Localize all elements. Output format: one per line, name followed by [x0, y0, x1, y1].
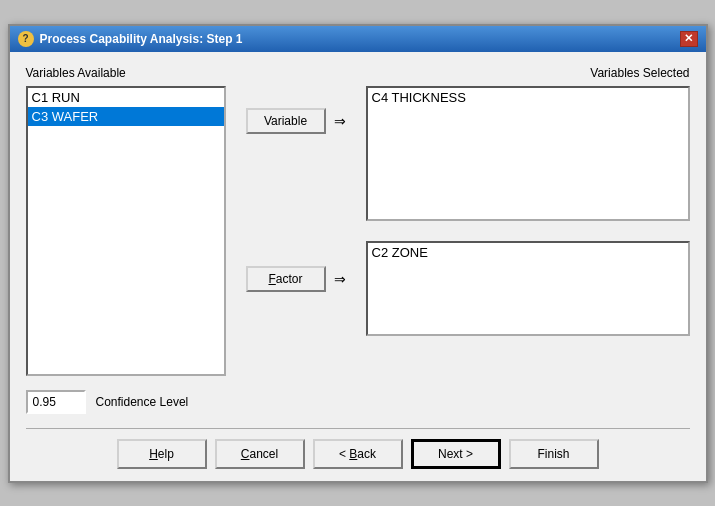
help-button[interactable]: Help: [117, 439, 207, 469]
variables-available-header: Variables Available: [26, 66, 226, 80]
divider: [26, 428, 690, 429]
back-button[interactable]: < Back: [313, 439, 403, 469]
list-item[interactable]: C4 THICKNESS: [368, 88, 688, 107]
factor-button[interactable]: Factor: [246, 266, 326, 292]
confidence-input[interactable]: [26, 390, 86, 414]
variable-button[interactable]: Variable: [246, 108, 326, 134]
main-area: Variables Available C1 RUN C3 WAFER Vari…: [26, 66, 690, 376]
title-bar-left: ? Process Capability Analysis: Step 1: [18, 31, 243, 47]
variable-selector-row: Variable ⇒: [236, 108, 356, 134]
right-spacer: [366, 231, 690, 241]
main-window: ? Process Capability Analysis: Step 1 ✕ …: [8, 24, 708, 483]
left-panel: Variables Available C1 RUN C3 WAFER: [26, 66, 226, 376]
list-item-selected[interactable]: C3 WAFER: [28, 107, 224, 126]
title-bar: ? Process Capability Analysis: Step 1 ✕: [10, 26, 706, 52]
factor-selector-row: Factor ⇒: [236, 266, 356, 292]
next-button[interactable]: Next >: [411, 439, 501, 469]
cancel-button[interactable]: Cancel: [215, 439, 305, 469]
middle-panel: Variable ⇒ Factor ⇒: [236, 66, 356, 376]
list-item[interactable]: C1 RUN: [28, 88, 224, 107]
factor-list[interactable]: C2 ZONE: [366, 241, 690, 336]
confidence-row: Confidence Level: [26, 390, 690, 414]
close-button[interactable]: ✕: [680, 31, 698, 47]
finish-button[interactable]: Finish: [509, 439, 599, 469]
right-panel: Variables Selected C4 THICKNESS C2 ZONE: [366, 66, 690, 376]
variables-available-list[interactable]: C1 RUN C3 WAFER: [26, 86, 226, 376]
variables-selected-header: Variables Selected: [366, 66, 690, 80]
middle-spacer-top: [236, 138, 356, 266]
variables-selected-list[interactable]: C4 THICKNESS: [366, 86, 690, 221]
dialog-content: Variables Available C1 RUN C3 WAFER Vari…: [10, 52, 706, 481]
list-item[interactable]: C2 ZONE: [368, 243, 688, 262]
confidence-label: Confidence Level: [96, 395, 189, 409]
window-title: Process Capability Analysis: Step 1: [40, 32, 243, 46]
middle-controls: Variable ⇒ Factor ⇒: [236, 86, 356, 292]
variable-arrow-icon: ⇒: [334, 113, 346, 129]
button-row: Help Cancel < Back Next > Finish: [26, 439, 690, 469]
app-icon: ?: [18, 31, 34, 47]
factor-arrow-icon: ⇒: [334, 271, 346, 287]
